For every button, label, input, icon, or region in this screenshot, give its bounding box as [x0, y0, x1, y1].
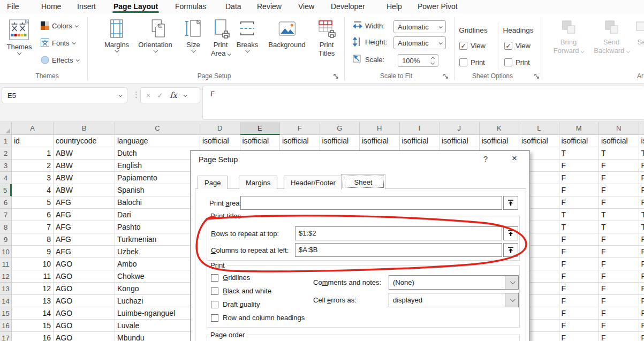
cell-O2[interactable]: T	[639, 147, 644, 160]
headings-print-checkbox[interactable]: Print	[504, 58, 530, 66]
name-box[interactable]: E5	[2, 87, 127, 103]
row-column-headings-checkbox[interactable]: Row and column headings	[211, 314, 305, 322]
cell-O10[interactable]: F	[639, 246, 644, 258]
menu-tab-insert[interactable]: Insert	[77, 2, 96, 11]
size-button[interactable]: Size	[184, 19, 202, 52]
column-header-N[interactable]: N	[599, 122, 639, 135]
cell-N5[interactable]: F	[599, 184, 639, 196]
cell-B1[interactable]: countrycode	[54, 135, 115, 147]
cell-B7[interactable]: AFG	[54, 209, 115, 221]
gridlines-view-checkbox[interactable]: ✓ View	[459, 42, 486, 50]
effects-button[interactable]: Effects	[41, 56, 79, 64]
breaks-button[interactable]: Breaks	[237, 19, 258, 52]
column-header-O[interactable]: O	[639, 122, 644, 135]
cell-A1[interactable]: id	[12, 135, 54, 147]
cell-M16[interactable]: F	[559, 320, 600, 332]
scale-spinner[interactable]: 100%	[398, 54, 438, 67]
cell-C17[interactable]: Mbundu	[115, 332, 200, 341]
send-backward-button[interactable]: Send Backward	[594, 19, 629, 55]
height-select[interactable]: Automatic	[393, 36, 446, 49]
cell-M11[interactable]: F	[559, 258, 600, 270]
column-header-B[interactable]: B	[54, 122, 115, 135]
cell-O12[interactable]: F	[639, 270, 644, 283]
menu-tab-file[interactable]: File	[7, 2, 19, 11]
cell-N1[interactable]: isofficial	[599, 135, 639, 147]
tab-header-footer[interactable]: Header/Footer	[284, 176, 343, 189]
cell-B14[interactable]: AGO	[54, 295, 115, 307]
spinner-down-icon[interactable]	[431, 60, 435, 64]
menu-tab-data[interactable]: Data	[225, 2, 241, 11]
cell-M8[interactable]: T	[559, 221, 600, 233]
print-area-range-picker[interactable]	[503, 196, 518, 210]
cell-A15[interactable]: 14	[12, 307, 54, 320]
cell-N2[interactable]: T	[599, 147, 639, 160]
cell-B12[interactable]: AGO	[54, 270, 115, 283]
cell-B17[interactable]: AGO	[54, 332, 115, 341]
cell-C12[interactable]: Chokwe	[115, 270, 200, 283]
orientation-button[interactable]: Orientation	[138, 19, 172, 52]
cell-A8[interactable]: 7	[12, 221, 54, 233]
row-header-15[interactable]: 15	[0, 307, 12, 320]
help-button[interactable]: ?	[480, 154, 491, 163]
comments-and-notes-select[interactable]: (None)	[389, 275, 519, 290]
row-header-7[interactable]: 7	[0, 209, 12, 221]
rows-to-repeat-field[interactable]: $1:$2	[295, 226, 502, 240]
cell-A16[interactable]: 15	[12, 320, 54, 332]
cell-C3[interactable]: English	[115, 160, 200, 172]
cell-N4[interactable]: F	[599, 172, 639, 184]
cell-M9[interactable]: F	[559, 233, 600, 246]
colors-button[interactable]: Colors	[41, 21, 78, 30]
cell-C5[interactable]: Spanish	[115, 184, 200, 196]
cell-B3[interactable]: ABW	[54, 160, 115, 172]
formula-input[interactable]: F	[202, 86, 644, 120]
column-header-I[interactable]: I	[400, 122, 440, 135]
cell-F1[interactable]: isofficial	[280, 135, 320, 147]
cell-C6[interactable]: Balochi	[115, 196, 200, 209]
rows-range-picker[interactable]	[503, 226, 518, 240]
tab-page[interactable]: Page	[198, 176, 228, 189]
menu-tab-formulas[interactable]: Formulas	[175, 2, 206, 11]
cell-M15[interactable]: F	[559, 307, 600, 320]
cell-A3[interactable]: 2	[12, 160, 54, 172]
cell-O16[interactable]: F	[639, 320, 644, 332]
column-header-A[interactable]: A	[12, 122, 54, 135]
menu-tab-view[interactable]: View	[298, 2, 314, 11]
column-header-L[interactable]: L	[519, 122, 559, 135]
row-header-10[interactable]: 10	[0, 246, 12, 258]
dropdown-button[interactable]	[505, 293, 518, 307]
black-and-white-checkbox[interactable]: Black and white	[211, 287, 271, 295]
cell-N10[interactable]: F	[599, 246, 639, 258]
cell-B4[interactable]: ABW	[54, 172, 115, 184]
menu-tab-power-pivot[interactable]: Power Pivot	[418, 2, 458, 11]
cell-N3[interactable]: F	[599, 160, 639, 172]
cell-C9[interactable]: Turkmenian	[115, 233, 200, 246]
cell-N15[interactable]: F	[599, 307, 639, 320]
column-header-K[interactable]: K	[480, 122, 520, 135]
cell-A11[interactable]: 10	[12, 258, 54, 270]
cell-C15[interactable]: Luimbe-nganguel	[115, 307, 200, 320]
menu-tab-page-layout[interactable]: Page Layout	[113, 2, 158, 11]
margins-button[interactable]: Margins	[104, 19, 129, 52]
column-header-J[interactable]: J	[440, 122, 480, 135]
column-header-D[interactable]: D	[200, 122, 240, 135]
columns-range-picker[interactable]	[503, 243, 518, 257]
cell-B15[interactable]: AGO	[54, 307, 115, 320]
row-header-5[interactable]: 5	[0, 184, 12, 196]
cell-M7[interactable]: T	[559, 209, 600, 221]
column-header-H[interactable]: H	[360, 122, 400, 135]
page-setup-dialog-launcher[interactable]	[333, 73, 339, 80]
cell-A4[interactable]: 3	[12, 172, 54, 184]
menu-tab-help[interactable]: Help	[387, 2, 402, 11]
cell-N6[interactable]: F	[599, 196, 639, 209]
cell-N8[interactable]: T	[599, 221, 639, 233]
spinner-up-icon[interactable]	[431, 56, 435, 60]
row-header-1[interactable]: 1	[0, 135, 12, 147]
cell-A13[interactable]: 12	[12, 283, 54, 295]
cell-B16[interactable]: AGO	[54, 320, 115, 332]
close-icon[interactable]: ×	[507, 153, 521, 164]
cell-M1[interactable]: isofficial	[559, 135, 600, 147]
row-header-3[interactable]: 3	[0, 160, 12, 172]
menu-tab-review[interactable]: Review	[257, 2, 282, 11]
cell-C2[interactable]: Dutch	[115, 147, 200, 160]
row-header-8[interactable]: 8	[0, 221, 12, 233]
